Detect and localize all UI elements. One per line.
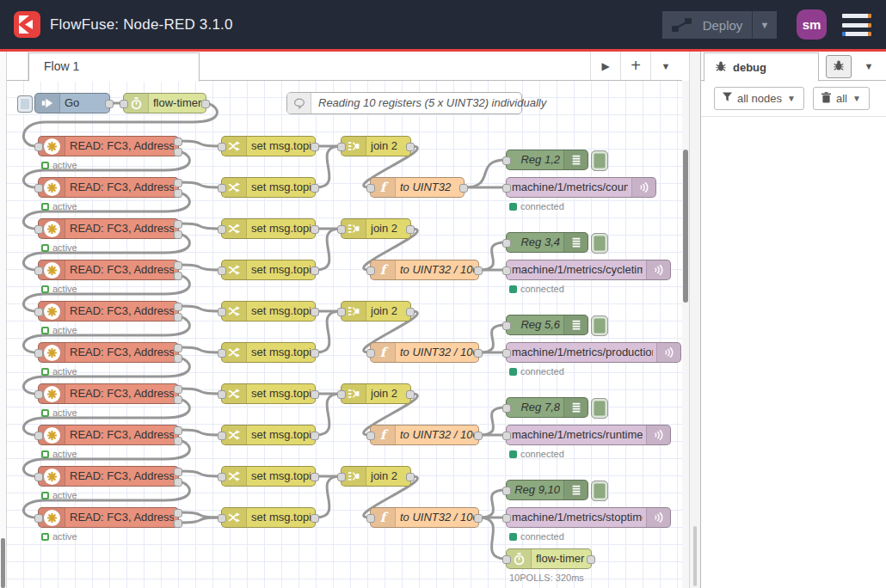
output-port[interactable] [474,349,483,358]
node-go[interactable]: Go [34,93,110,113]
output-port-2[interactable] [174,395,182,404]
main-menu-button[interactable] [842,14,871,36]
output-port-1[interactable] [174,220,182,229]
node-s2[interactable]: set msg.topic [221,177,316,198]
output-port-1[interactable] [174,509,182,518]
wire[interactable] [479,325,506,352]
node-j3[interactable]: join 2 [341,301,411,322]
output-port[interactable] [474,432,483,440]
wire[interactable] [316,146,341,187]
input-port[interactable] [502,349,511,358]
output-port[interactable] [311,473,319,481]
input-port[interactable] [34,143,43,151]
output-port[interactable] [201,100,210,108]
input-port[interactable] [502,432,511,440]
node-s5[interactable]: set msg.topic [221,301,316,322]
output-port[interactable] [105,100,114,108]
output-port[interactable] [406,390,415,399]
input-port[interactable] [218,143,226,151]
input-port[interactable] [502,322,511,330]
input-port[interactable] [34,349,43,358]
wire[interactable] [179,265,221,270]
node-j5[interactable]: join 2 [341,466,411,487]
wire[interactable] [179,306,221,311]
output-port[interactable] [459,184,468,193]
output-port-1[interactable] [174,138,182,146]
output-port-2[interactable] [174,437,182,445]
node-s8[interactable]: set msg.topic [221,425,316,445]
node-d3[interactable]: Reg 5,6 [506,315,588,335]
input-port[interactable] [337,473,346,481]
deploy-button[interactable]: Deploy ▼ [662,11,777,39]
node-d5[interactable]: Reg 9,10 [506,480,588,500]
wire[interactable] [479,242,506,270]
output-port[interactable] [406,308,415,316]
output-port[interactable] [311,225,319,234]
output-port-1[interactable] [174,261,182,270]
wire[interactable] [179,182,221,187]
node-m4[interactable]: machine/1/metrics/runtimeconnected [506,425,671,445]
node-ft_bot[interactable]: flow-timer10POLLS: 320ms [506,548,592,569]
node-r4[interactable]: READ: FC3, Address 4active [38,260,179,280]
input-port[interactable] [34,308,43,316]
output-port[interactable] [311,184,319,193]
input-port[interactable] [34,432,43,440]
input-port[interactable] [366,349,375,358]
node-s1[interactable]: set msg.topic [221,136,316,156]
input-port[interactable] [218,225,226,234]
input-port[interactable] [337,143,346,151]
wire[interactable] [179,430,221,435]
sidebar-options-chevron-icon[interactable]: ▼ [858,55,879,77]
node-r10[interactable]: READ: FC3, Address 10active [38,507,179,528]
wire[interactable] [479,407,506,435]
node-s4[interactable]: set msg.topic [221,260,316,280]
debug-toggle-button[interactable] [591,233,608,254]
wire[interactable] [179,141,221,146]
node-m2[interactable]: machine/1/metrics/cycletimeconnected [506,260,671,280]
debug-toggle-button[interactable] [591,398,608,419]
node-r8[interactable]: READ: FC3, Address 8active [38,425,179,445]
input-port[interactable] [34,473,43,481]
debug-toggle-button[interactable] [591,315,608,336]
wire[interactable] [465,160,506,187]
sidebar-splitter[interactable] [689,52,701,588]
node-f1[interactable]: fto UINT32 [370,177,465,198]
node-s9[interactable]: set msg.topic [221,466,316,487]
wire[interactable] [316,394,341,435]
node-f3[interactable]: fto UINT32 / 100 [370,342,479,363]
input-port[interactable] [337,308,346,316]
wire[interactable] [179,389,221,394]
output-port-1[interactable] [174,344,182,352]
node-s3[interactable]: set msg.topic [221,218,316,239]
node-m3[interactable]: machine/1/metrics/productiontimeconnecte… [506,342,681,363]
input-port[interactable] [502,266,511,275]
output-port[interactable] [406,473,415,481]
output-port-2[interactable] [174,354,182,363]
inject-trigger-button[interactable] [17,95,33,113]
node-r7[interactable]: READ: FC3, Address 7active [38,383,179,404]
output-port-2[interactable] [174,148,182,156]
input-port[interactable] [218,432,226,440]
input-port[interactable] [34,184,43,193]
node-r9[interactable]: READ: FC3, Address 9active [38,466,179,487]
node-r3[interactable]: READ: FC3, Address 3active [38,218,179,239]
output-port[interactable] [311,266,319,275]
palette-scrollbar[interactable] [0,52,7,588]
input-port[interactable] [366,184,375,193]
debug-filter-button[interactable]: all nodes ▼ [714,87,804,110]
debug-toggle-button[interactable] [591,150,608,171]
user-avatar[interactable]: sm [797,9,827,40]
output-port-1[interactable] [174,179,182,187]
node-r5[interactable]: READ: FC3, Address 5active [38,301,179,322]
wire[interactable] [179,347,221,352]
output-port-2[interactable] [174,313,182,322]
node-d1[interactable]: Reg 1,2 [506,150,588,170]
output-port[interactable] [311,308,319,316]
output-port[interactable] [406,225,415,234]
output-port[interactable] [311,349,319,358]
input-port[interactable] [120,100,128,108]
input-port[interactable] [502,487,511,495]
debug-toggle-button[interactable] [591,481,608,501]
node-j4[interactable]: join 2 [341,383,411,404]
wire[interactable] [316,229,341,270]
